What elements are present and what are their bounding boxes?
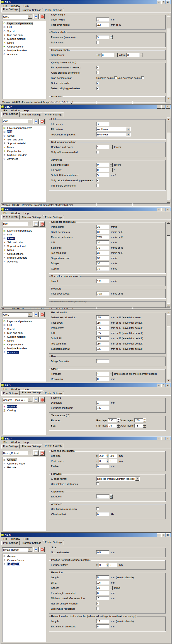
text-input[interactable]: 5: [96, 575, 109, 580]
spinner-up-button[interactable]: [110, 163, 113, 165]
preset-select[interactable]: OWL: [2, 14, 32, 19]
tab-print-settings[interactable]: Print Settings: [1, 444, 20, 448]
tab-filament-settings[interactable]: Filament Settings: [20, 541, 43, 545]
spinner-up-button[interactable]: [143, 418, 146, 420]
sidebar-item-skirt-and-brim[interactable]: ■Skirt and brim: [3, 138, 46, 141]
minimize-button[interactable]: [157, 105, 161, 108]
spinner-up-button[interactable]: [110, 35, 113, 37]
spinner-down-button[interactable]: [110, 374, 113, 376]
save-preset-button[interactable]: [33, 312, 39, 317]
preset-select[interactable]: Rmax_Retract: [2, 451, 32, 455]
scrollbar-thumb[interactable]: [167, 16, 171, 28]
tab-print-settings[interactable]: Print Settings: [1, 214, 20, 220]
menu-item-help[interactable]: Help: [22, 440, 31, 444]
checkbox[interactable]: [96, 607, 99, 610]
text-input[interactable]: 1: [96, 359, 109, 363]
maximize-button[interactable]: [161, 384, 166, 387]
minimize-button[interactable]: [157, 0, 161, 4]
text-input[interactable]: 0: [109, 563, 117, 567]
sidebar-item-support-material[interactable]: ♜Support material: [3, 244, 46, 248]
sidebar-item-custom-g-code[interactable]: ⚙Custom G-code: [3, 462, 46, 466]
chevron-down-icon[interactable]: [28, 15, 32, 19]
tab-filament-settings[interactable]: Filament Settings: [20, 215, 43, 220]
text-input[interactable]: 70%: [96, 235, 109, 239]
spinner-down-button[interactable]: [110, 37, 113, 39]
spinner-input[interactable]: 3: [101, 53, 114, 57]
sidebar-item-skirt-and-brim[interactable]: ■Skirt and brim: [3, 331, 46, 335]
spinner-up-button[interactable]: [117, 418, 120, 420]
checkbox[interactable]: [96, 184, 99, 187]
spinner-up-button[interactable]: [115, 53, 118, 55]
sidebar-item-notes[interactable]: ■Notes: [3, 338, 46, 342]
checkbox[interactable]: [96, 482, 99, 486]
menu-item-file[interactable]: File: [1, 537, 9, 540]
spinner-down-button[interactable]: [110, 588, 113, 590]
text-input[interactable]: .12: [96, 23, 109, 27]
scrollbar-up-button[interactable]: [167, 311, 171, 314]
vertical-scrollbar[interactable]: [167, 311, 171, 382]
scrollbar-up-button[interactable]: [167, 220, 171, 224]
spinner-down-button[interactable]: [143, 420, 146, 422]
text-input[interactable]: 30: [96, 225, 109, 229]
save-preset-button[interactable]: [33, 14, 39, 19]
sidebar-item-speed[interactable]: ◷Speed: [3, 134, 46, 138]
spinner-input[interactable]: 3: [126, 53, 140, 57]
delete-preset-button[interactable]: [39, 450, 45, 456]
vertical-scrollbar[interactable]: [167, 220, 171, 307]
text-input[interactable]: 30: [96, 251, 109, 255]
sidebar-item-infill[interactable]: ▨Infill: [3, 25, 46, 29]
spinner-up-button[interactable]: [110, 494, 113, 496]
spinner-input[interactable]: 1: [96, 494, 109, 498]
tab-filament-settings[interactable]: Filament Settings: [20, 390, 43, 396]
sidebar-item-filament[interactable]: ◈Filament: [3, 404, 46, 408]
text-input[interactable]: 280: [109, 454, 117, 458]
spinner-down-button[interactable]: [110, 496, 113, 498]
text-input[interactable]: 0: [96, 377, 109, 381]
spinner-input[interactable]: 75: [134, 424, 143, 428]
text-input[interactable]: 130: [96, 279, 109, 283]
dropdown-select[interactable]: RepRap (Marlin/Sprinter/Repetier): [96, 476, 140, 481]
text-input[interactable]: 30: [96, 240, 109, 244]
delete-preset-button[interactable]: [39, 397, 45, 402]
checkbox[interactable]: [96, 82, 99, 84]
text-input[interactable]: .2: [96, 18, 109, 22]
close-button[interactable]: [166, 0, 170, 4]
sidebar-item-layers-and-perimeters[interactable]: ▤Layers and perimeters: [3, 319, 46, 323]
spinner-input[interactable]: 3: [96, 35, 109, 39]
text-input[interactable]: .55: [96, 336, 109, 340]
spinner-input[interactable]: 0: [96, 168, 109, 172]
minimize-button[interactable]: [157, 437, 161, 440]
text-input[interactable]: .55: [96, 331, 109, 335]
save-preset-button[interactable]: [33, 547, 39, 552]
text-input[interactable]: 0: [109, 459, 117, 463]
text-input[interactable]: 0.5: [96, 550, 109, 554]
scrollbar-down-button[interactable]: [167, 96, 171, 100]
spinner-up-button[interactable]: [110, 168, 113, 170]
menu-item-help[interactable]: Help: [22, 212, 31, 215]
spinner-input[interactable]: 230: [108, 418, 117, 422]
delete-preset-button[interactable]: [39, 118, 45, 124]
text-input[interactable]: 30: [96, 261, 109, 266]
tab-printer-settings[interactable]: Printer Settings: [43, 540, 64, 545]
spinner-down-button[interactable]: [143, 426, 146, 428]
menu-item-window[interactable]: Window: [9, 212, 22, 215]
dropdown-select[interactable]: rectilinear: [96, 132, 131, 136]
chevron-down-icon[interactable]: [28, 398, 32, 402]
checkbox[interactable]: [96, 179, 99, 182]
menu-item-file[interactable]: File: [1, 440, 9, 444]
title-bar[interactable]: Slic3r: [1, 0, 171, 4]
sidebar-item-extruder-1[interactable]: ▼Extruder 1: [3, 562, 46, 566]
text-input[interactable]: 30: [96, 256, 109, 260]
tab-filament-settings[interactable]: Filament Settings: [20, 112, 43, 117]
text-input[interactable]: 30%: [96, 292, 109, 296]
tab-print-settings[interactable]: Print Settings: [1, 112, 20, 117]
menu-item-window[interactable]: Window: [9, 440, 22, 444]
sidebar-item-infill[interactable]: ▨Infill: [3, 232, 46, 236]
maximize-button[interactable]: [161, 437, 166, 440]
spinner-down-button[interactable]: [110, 170, 113, 172]
sidebar-item-support-material[interactable]: ♜Support material: [3, 141, 46, 145]
sidebar-item-infill[interactable]: ▨Infill: [3, 323, 46, 327]
spinner-up-button[interactable]: [117, 424, 120, 426]
sidebar-item-layers-and-perimeters[interactable]: ▤Layers and perimeters: [3, 126, 46, 130]
sidebar-item-support-material[interactable]: ♜Support material: [3, 335, 46, 338]
